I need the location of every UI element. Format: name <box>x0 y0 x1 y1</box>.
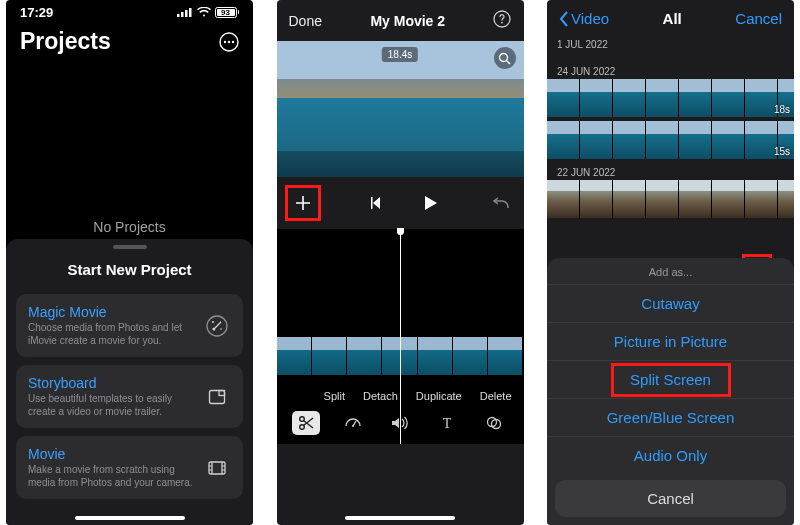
play-icon <box>424 195 438 211</box>
status-bar: 17:29 93 <box>6 0 253 22</box>
sheet-grabber[interactable] <box>113 245 147 249</box>
svg-rect-2 <box>185 10 188 17</box>
home-indicator[interactable] <box>75 516 185 520</box>
titles-icon: T <box>439 415 455 431</box>
status-time: 17:29 <box>20 5 53 20</box>
undo-button[interactable] <box>490 191 514 215</box>
battery-pct: 93 <box>216 8 236 17</box>
editor-toolbar: T <box>277 408 524 438</box>
play-button[interactable] <box>419 191 443 215</box>
skip-back-icon <box>371 196 387 210</box>
projects-screen: 17:29 93 Projects No Projects Start New … <box>6 0 253 525</box>
svg-point-5 <box>224 40 226 42</box>
add-as-cutaway[interactable]: Cutaway <box>547 284 794 322</box>
media-duration: 15s <box>774 146 790 157</box>
undo-icon <box>493 195 511 211</box>
svg-text:T: T <box>443 416 452 431</box>
svg-point-22 <box>500 53 508 61</box>
volume-icon <box>391 415 409 431</box>
ellipsis-circle-icon <box>219 32 239 52</box>
media-duration: 18s <box>774 104 790 115</box>
picker-title: All <box>663 10 682 27</box>
wand-icon <box>203 312 231 340</box>
tool-scissors[interactable] <box>292 411 320 435</box>
help-icon <box>493 10 511 28</box>
duration-badge: 18.4s <box>382 47 418 62</box>
tool-volume[interactable] <box>386 411 414 435</box>
film-icon <box>203 454 231 482</box>
media-item[interactable]: 15s <box>547 121 794 159</box>
delete-button[interactable]: Delete <box>480 390 512 402</box>
filters-icon <box>485 414 503 432</box>
card-subtitle: Choose media from Photos and let iMovie … <box>28 322 193 347</box>
add-as-split-screen[interactable]: Split Screen <box>547 360 794 398</box>
status-icons: 93 <box>177 7 240 18</box>
svg-point-7 <box>232 40 234 42</box>
card-title: Magic Movie <box>28 304 193 320</box>
sheet-title: Start New Project <box>16 261 243 278</box>
magnify-icon <box>498 52 511 65</box>
add-as-picture-in-picture[interactable]: Picture in Picture <box>547 322 794 360</box>
tool-titles[interactable]: T <box>433 411 461 435</box>
back-button[interactable]: Video <box>559 10 609 27</box>
picker-cancel-button[interactable]: Cancel <box>735 10 782 27</box>
card-title: Storyboard <box>28 375 193 391</box>
new-project-storyboard[interactable]: Storyboard Use beautiful templates to ea… <box>16 365 243 428</box>
add-media-button[interactable] <box>291 191 315 215</box>
svg-point-6 <box>228 40 230 42</box>
card-subtitle: Use beautiful templates to easily create… <box>28 393 193 418</box>
duplicate-button[interactable]: Duplicate <box>416 390 462 402</box>
svg-point-21 <box>502 22 504 24</box>
editor-screen: Done My Movie 2 18.4s <box>277 0 524 525</box>
help-button[interactable] <box>493 10 511 31</box>
card-title: Movie <box>28 446 193 462</box>
empty-state-label: No Projects <box>6 219 253 235</box>
scissors-icon <box>298 415 314 431</box>
page-title: Projects <box>20 28 111 55</box>
new-project-sheet: Start New Project Magic Movie Choose med… <box>6 239 253 525</box>
date-section-label: 22 JUN 2022 <box>547 163 794 180</box>
date-section-label: 1 JUL 2022 <box>547 35 794 52</box>
media-item[interactable]: 18s <box>547 79 794 117</box>
media-picker-screen: Video All Cancel 1 JUL 2022 24 JUN 2022 … <box>547 0 794 525</box>
chevron-left-icon <box>559 11 569 27</box>
tool-filters[interactable] <box>480 411 508 435</box>
svg-point-9 <box>212 321 214 323</box>
tool-speed[interactable] <box>339 411 367 435</box>
add-as-green-blue-screen[interactable]: Green/Blue Screen <box>547 398 794 436</box>
add-as-audio-only[interactable]: Audio Only <box>547 436 794 474</box>
add-as-title: Add as... <box>547 266 794 278</box>
new-project-magic-movie[interactable]: Magic Movie Choose media from Photos and… <box>16 294 243 357</box>
timeline-controls <box>277 177 524 229</box>
video-preview[interactable]: 18.4s <box>277 41 524 177</box>
speed-icon <box>344 414 362 432</box>
plus-icon <box>294 194 312 212</box>
project-title: My Movie 2 <box>370 13 445 29</box>
svg-rect-11 <box>210 390 225 403</box>
new-project-movie[interactable]: Movie Make a movie from scratch using me… <box>16 436 243 499</box>
split-button[interactable]: Split <box>324 390 345 402</box>
add-as-cancel-button[interactable]: Cancel <box>555 480 786 517</box>
add-media-button-highlight <box>285 185 321 221</box>
fullscreen-button[interactable] <box>494 47 516 69</box>
clip-edit-actions: Split Detach Duplicate Delete <box>277 390 524 402</box>
add-as-sheet: Add as... Cutaway Picture in Picture Spl… <box>547 258 794 525</box>
storyboard-icon <box>203 383 231 411</box>
svg-rect-0 <box>177 14 180 17</box>
back-label: Video <box>571 10 609 27</box>
battery-icon: 93 <box>215 7 240 18</box>
date-section-label: 24 JUN 2022 <box>547 62 794 79</box>
timeline[interactable]: Split Detach Duplicate Delete T <box>277 229 524 444</box>
media-item-selected[interactable] <box>547 180 794 218</box>
home-indicator[interactable] <box>345 516 455 520</box>
svg-rect-1 <box>181 12 184 17</box>
done-button[interactable]: Done <box>289 13 322 29</box>
signal-icon <box>177 7 193 17</box>
svg-line-23 <box>507 60 511 64</box>
more-menu-button[interactable] <box>219 32 239 52</box>
skip-back-button[interactable] <box>367 191 391 215</box>
wifi-icon <box>197 7 211 17</box>
detach-button[interactable]: Detach <box>363 390 398 402</box>
svg-rect-3 <box>189 8 192 17</box>
svg-rect-26 <box>371 197 373 209</box>
